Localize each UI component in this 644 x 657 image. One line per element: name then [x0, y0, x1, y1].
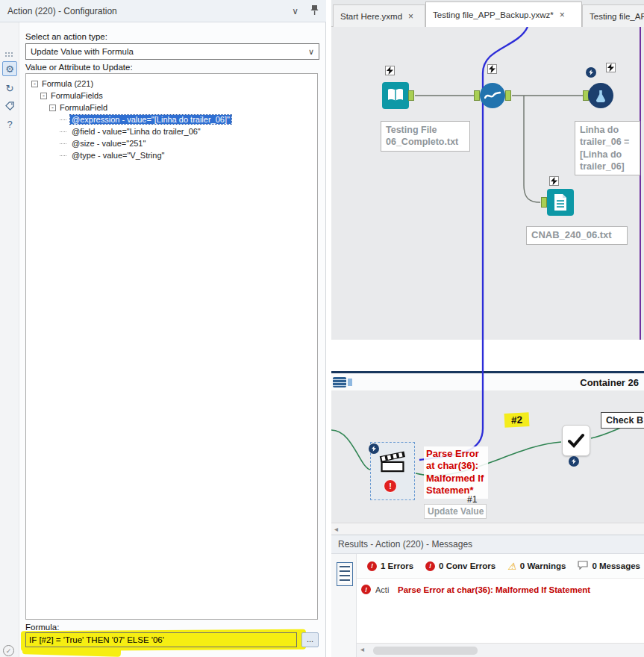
tree-node-formulafield[interactable]: - FormulaField: [26, 102, 317, 113]
attribute-tree: - Formula (221) - FormulaFields - Formul…: [25, 73, 318, 620]
flask-icon: [595, 89, 607, 102]
output-anchor[interactable]: [408, 90, 414, 101]
tab-testing-file[interactable]: Testing file_AP: [582, 4, 644, 27]
canvas-gap: [331, 340, 644, 371]
lightning-badge-icon: [606, 63, 616, 72]
formula-tool[interactable]: [480, 83, 505, 108]
config-tool-strip: ⚙ ↻ ?: [0, 22, 19, 657]
tab-testing-file-backup[interactable]: Testing file_APP_Backup.yxwz* ×: [425, 1, 582, 27]
output-data-tool[interactable]: [547, 189, 574, 216]
counter-label: 0 Warnings: [520, 561, 566, 570]
container-collapse-icon[interactable]: [333, 377, 346, 387]
tree-leaf-expression[interactable]: @expression - value="[Linha do trailer_0…: [26, 113, 317, 125]
warning-icon: ⚠: [507, 561, 516, 572]
counter-label: 1 Errors: [381, 561, 413, 570]
tree-node-formulafields[interactable]: - FormulaFields: [26, 90, 317, 102]
lightning-badge-icon: [549, 176, 559, 186]
book-icon: [387, 88, 404, 103]
results-panel: ! 1 Errors ! 0 Conv Errors ⚠ 0 Warnings …: [331, 554, 644, 657]
expander-icon[interactable]: -: [49, 105, 56, 111]
tree-leaf-label: @field - value="Linha do trailer_06": [70, 127, 202, 136]
test-flask-tool[interactable]: [588, 83, 613, 108]
wave-icon: [484, 90, 501, 101]
tree-leaf-label: @expression - value="[Linha do trailer_0…: [70, 115, 231, 124]
close-icon[interactable]: ×: [408, 11, 413, 22]
message-source: Acti: [375, 585, 393, 594]
panel-title: Action (220) - Configuration: [7, 6, 117, 16]
results-horizontal-scrollbar[interactable]: ◂: [357, 643, 644, 657]
container-collapse-handle[interactable]: [348, 379, 352, 386]
tool-error-badge-icon: !: [384, 479, 397, 493]
counter-label: 0 Conv Errors: [439, 561, 495, 570]
tab-label: Testing file_AP: [590, 12, 644, 21]
tree-node-label: FormulaFields: [51, 91, 103, 100]
checkbox-tool[interactable]: [562, 425, 590, 456]
interface-anchor-icon: [569, 456, 579, 467]
tag-icon[interactable]: [2, 99, 17, 113]
tab-start-here[interactable]: Start Here.yxmd ×: [333, 4, 425, 27]
container-title: Container 26: [580, 377, 639, 388]
conv-errors-filter-button[interactable]: ! 0 Conv Errors: [419, 561, 501, 571]
connection-highlight-label: #2: [504, 412, 530, 428]
pin-icon[interactable]: [310, 4, 319, 18]
tool-annotation: CNAB_240_06.txt: [526, 226, 628, 245]
container-boundary-line: [640, 27, 641, 340]
tree-node-label: FormulaField: [60, 103, 107, 112]
interface-anchor-icon: [586, 67, 596, 78]
tree-leaf-label: @type - value="V_String": [70, 151, 166, 160]
panel-grip-icon[interactable]: [5, 52, 7, 54]
messages-view-icon[interactable]: [337, 562, 353, 586]
checkbox-tool-annotation: Check B: [601, 412, 644, 429]
expander-icon[interactable]: -: [31, 81, 38, 87]
action-type-label: Select an action type:: [25, 32, 107, 41]
error-icon: !: [361, 585, 371, 594]
tree-connector: [60, 131, 66, 132]
chevron-down-icon: ∨: [308, 47, 314, 57]
tree-connector: [60, 143, 66, 144]
gear-icon[interactable]: ⚙: [2, 61, 17, 76]
scrollbar-thumb[interactable]: [373, 647, 478, 655]
clapperboard-icon: [378, 450, 407, 476]
results-side-strip: [331, 554, 357, 657]
connection-number-label: #1: [467, 494, 477, 505]
configuration-panel: Action (220) - Configuration ∨ ⚙ ↻ ? ✓ S…: [0, 0, 326, 657]
result-message-row[interactable]: ! Acti Parse Error at char(36): Malforme…: [361, 585, 590, 594]
message-text: Parse Error at char(36): Malformed If St…: [398, 585, 590, 594]
tool-container-header: Container 26: [331, 371, 644, 390]
close-icon[interactable]: ×: [560, 10, 565, 20]
refresh-icon[interactable]: ↻: [2, 81, 17, 96]
message-bubble-icon: [578, 561, 588, 571]
tree-leaf-field[interactable]: @field - value="Linha do trailer_06": [26, 125, 317, 137]
workflow-tabbar: Start Here.yxmd × Testing file_APP_Backu…: [331, 0, 644, 27]
input-data-tool[interactable]: [382, 82, 409, 109]
input-anchor[interactable]: [541, 197, 547, 208]
formula-editor-button[interactable]: ...: [301, 632, 319, 647]
tab-label: Testing file_APP_Backup.yxwz*: [433, 10, 554, 19]
lightning-badge-icon: [385, 66, 395, 75]
error-annotation: Parse Error at char(36): Malformed If St…: [424, 446, 488, 499]
tree-leaf-type[interactable]: @type - value="V_String": [26, 149, 317, 161]
input-anchor[interactable]: [474, 90, 480, 101]
tab-label: Start Here.yxmd: [340, 12, 402, 21]
warnings-filter-button[interactable]: ⚠ 0 Warnings: [501, 561, 572, 572]
messages-filter-button[interactable]: 0 Messages: [572, 561, 644, 571]
action-type-select[interactable]: Update Value with Formula ∨: [25, 43, 319, 60]
scroll-left-arrow-icon[interactable]: ◂: [360, 645, 364, 653]
panel-collapse-chevron-icon[interactable]: ∨: [292, 6, 298, 16]
interface-anchor-icon: [369, 443, 379, 454]
tree-leaf-size[interactable]: @size - value="251": [26, 137, 317, 149]
scroll-left-arrow-icon[interactable]: ◂: [334, 524, 338, 535]
document-icon: [553, 193, 568, 211]
expander-icon[interactable]: -: [40, 93, 47, 99]
canvas-horizontal-scrollbar[interactable]: ◂: [331, 523, 644, 535]
configuration-panel-header: Action (220) - Configuration ∨: [0, 0, 326, 22]
error-icon: !: [425, 561, 435, 571]
output-anchor[interactable]: [505, 90, 511, 101]
tree-node-formula[interactable]: - Formula (221): [26, 78, 317, 90]
error-icon: !: [367, 561, 377, 571]
help-icon[interactable]: ?: [2, 116, 17, 131]
errors-filter-button[interactable]: ! 1 Errors: [361, 561, 419, 571]
workflow-area: Start Here.yxmd × Testing file_APP_Backu…: [331, 0, 644, 657]
tree-connector: [60, 119, 66, 120]
formula-input[interactable]: IF [#2] = 'True' THEN '07' ELSE '06': [25, 632, 297, 647]
